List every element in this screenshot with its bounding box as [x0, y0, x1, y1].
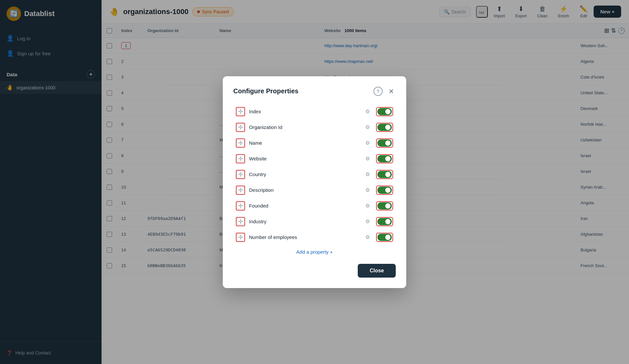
property-toggle[interactable]	[377, 218, 392, 225]
drag-handle[interactable]: ✛	[236, 170, 245, 179]
toggle-knob	[385, 172, 391, 177]
toggle-container	[376, 170, 393, 179]
property-settings-button[interactable]: ⚙	[363, 138, 372, 148]
toggle-knob	[385, 156, 391, 161]
property-name: Founded	[249, 203, 359, 209]
property-toggle[interactable]	[377, 234, 392, 241]
toggle-container	[376, 138, 393, 148]
property-settings-button[interactable]: ⚙	[363, 107, 372, 116]
property-toggle[interactable]	[377, 124, 392, 131]
toggle-container	[376, 123, 393, 132]
modal-help-button[interactable]: ?	[373, 87, 383, 96]
modal-header-right: ? ✕	[373, 87, 396, 96]
drag-handle[interactable]: ✛	[236, 201, 245, 210]
toggle-container	[376, 154, 393, 163]
property-settings-button[interactable]: ⚙	[363, 217, 372, 226]
toggle-container	[376, 186, 393, 195]
modal-title: Configure Properties	[233, 87, 298, 95]
property-item: ✛ Number of employees ⚙	[233, 229, 396, 245]
toggle-knob	[385, 203, 391, 209]
property-name: Country	[249, 172, 359, 177]
drag-handle[interactable]: ✛	[236, 138, 245, 148]
drag-handle[interactable]: ✛	[236, 154, 245, 163]
property-name: Industry	[249, 219, 359, 224]
property-settings-button[interactable]: ⚙	[363, 201, 372, 210]
property-settings-button[interactable]: ⚙	[363, 186, 372, 195]
property-name: Number of employees	[249, 234, 359, 240]
property-name: Description	[249, 187, 359, 193]
drag-handle[interactable]: ✛	[236, 233, 245, 242]
property-item: ✛ Founded ⚙	[233, 198, 396, 214]
modal-close-button[interactable]: ✕	[387, 87, 396, 96]
toggle-container	[376, 107, 393, 116]
property-item: ✛ Country ⚙	[233, 167, 396, 182]
property-toggle[interactable]	[377, 108, 392, 115]
property-item: ✛ Index ⚙	[233, 104, 396, 119]
toggle-knob	[385, 125, 391, 130]
property-item: ✛ Organization Id ⚙	[233, 119, 396, 135]
property-settings-button[interactable]: ⚙	[363, 123, 372, 132]
toggle-container	[376, 201, 393, 210]
property-toggle[interactable]	[377, 155, 392, 162]
property-name: Website	[249, 156, 359, 161]
toggle-knob	[385, 188, 391, 193]
property-list: ✛ Index ⚙ ✛ Organization Id ⚙ ✛ Name ⚙ ✛…	[233, 104, 396, 245]
drag-handle[interactable]: ✛	[236, 107, 245, 116]
drag-handle[interactable]: ✛	[236, 217, 245, 226]
property-name: Organization Id	[249, 124, 359, 130]
property-settings-button[interactable]: ⚙	[363, 170, 372, 179]
toggle-knob	[385, 235, 391, 240]
add-property-button[interactable]: Add a property +	[233, 245, 396, 259]
property-settings-button[interactable]: ⚙	[363, 233, 372, 242]
modal-footer: Close	[233, 264, 396, 278]
toggle-container	[376, 217, 393, 226]
property-name: Index	[249, 109, 359, 114]
add-property-label: Add a property +	[296, 249, 333, 255]
toggle-knob	[385, 109, 391, 114]
property-settings-button[interactable]: ⚙	[363, 154, 372, 163]
modal-header: Configure Properties ? ✕	[233, 87, 396, 96]
toggle-container	[376, 233, 393, 242]
property-item: ✛ Website ⚙	[233, 151, 396, 167]
property-item: ✛ Description ⚙	[233, 182, 396, 198]
property-toggle[interactable]	[377, 187, 392, 194]
property-item: ✛ Industry ⚙	[233, 214, 396, 229]
toggle-knob	[385, 219, 391, 224]
property-toggle[interactable]	[377, 202, 392, 209]
property-toggle[interactable]	[377, 171, 392, 178]
modal-overlay: Configure Properties ? ✕ ✛ Index ⚙ ✛ Org…	[0, 0, 629, 364]
close-modal-button[interactable]: Close	[358, 264, 396, 278]
drag-handle[interactable]: ✛	[236, 123, 245, 132]
toggle-knob	[385, 140, 391, 146]
drag-handle[interactable]: ✛	[236, 186, 245, 195]
property-name: Name	[249, 140, 359, 146]
property-item: ✛ Name ⚙	[233, 135, 396, 151]
property-toggle[interactable]	[377, 139, 392, 147]
configure-properties-modal: Configure Properties ? ✕ ✛ Index ⚙ ✛ Org…	[223, 76, 406, 288]
